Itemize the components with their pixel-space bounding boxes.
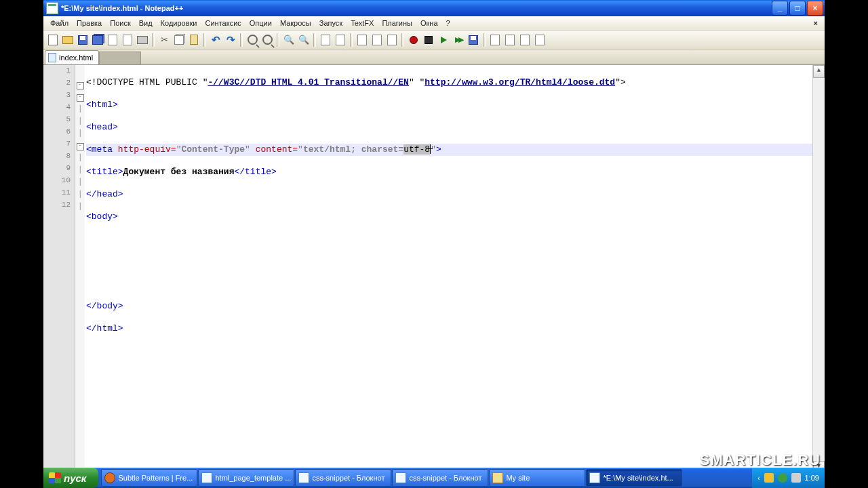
tb-extra1[interactable] bbox=[488, 33, 502, 47]
print-button[interactable] bbox=[136, 33, 149, 47]
zoomin-button[interactable]: 🔍 bbox=[282, 33, 296, 47]
save-button[interactable] bbox=[76, 33, 90, 47]
tab-area-empty bbox=[99, 52, 141, 64]
print-icon bbox=[137, 36, 148, 44]
closeall-button[interactable] bbox=[121, 33, 134, 47]
menu-options[interactable]: Опции bbox=[245, 18, 276, 28]
system-tray[interactable]: ‹ 1:09 bbox=[752, 468, 825, 488]
close-file-button[interactable] bbox=[106, 33, 119, 47]
separator bbox=[277, 33, 279, 47]
paste-icon bbox=[190, 35, 198, 45]
menu-syntax[interactable]: Синтаксис bbox=[201, 18, 245, 28]
stop-button[interactable] bbox=[422, 33, 435, 47]
taskbar-tasks: Subtle Patterns | Fre... html_page_templ… bbox=[98, 469, 752, 487]
mdi-close-icon[interactable]: × bbox=[810, 18, 822, 28]
close-button[interactable]: × bbox=[807, 1, 823, 16]
menu-edit[interactable]: Правка bbox=[73, 18, 106, 28]
playmulti-button[interactable]: ▶▶ bbox=[452, 33, 465, 47]
notepadpp-icon bbox=[589, 472, 600, 483]
paste-button[interactable] bbox=[187, 33, 201, 47]
tray-icon[interactable] bbox=[778, 473, 787, 483]
start-button[interactable]: пуск bbox=[43, 468, 98, 488]
indent-icon bbox=[387, 35, 397, 45]
menu-textfx[interactable]: TextFX bbox=[347, 18, 378, 28]
play-icon bbox=[441, 37, 447, 43]
cut-button[interactable]: ✂ bbox=[157, 33, 171, 47]
application-window: *E:\My site\index.html - Notepad++ _ □ ×… bbox=[43, 0, 825, 488]
wrap-button[interactable] bbox=[355, 33, 369, 47]
doc-icon bbox=[535, 35, 545, 45]
task-notepadpp[interactable]: *E:\My site\index.ht... bbox=[586, 469, 682, 487]
doc-icon bbox=[520, 35, 530, 45]
saveall-button[interactable] bbox=[91, 33, 104, 47]
vertical-scrollbar[interactable]: ▲ ▼ bbox=[812, 65, 825, 474]
open-button[interactable] bbox=[61, 33, 75, 47]
app-icon bbox=[46, 2, 58, 14]
scroll-up-icon[interactable]: ▲ bbox=[813, 65, 825, 78]
find-button[interactable] bbox=[245, 33, 259, 47]
titlebar[interactable]: *E:\My site\index.html - Notepad++ _ □ × bbox=[43, 0, 825, 16]
zoom-out-icon: 🔍 bbox=[298, 35, 309, 45]
tray-volume-icon[interactable] bbox=[791, 473, 801, 483]
doc-icon bbox=[505, 35, 515, 45]
play-button[interactable] bbox=[437, 33, 450, 47]
zoomout-button[interactable]: 🔍 bbox=[297, 33, 311, 47]
tray-chevron-icon[interactable]: ‹ bbox=[757, 474, 760, 482]
window-title: *E:\My site\index.html - Notepad++ bbox=[61, 4, 772, 12]
minimize-button[interactable]: _ bbox=[772, 1, 788, 16]
fold-column[interactable]: - - │ │ │ - │ │ │ │ │ bbox=[75, 65, 85, 474]
zoom-in-icon: 🔍 bbox=[283, 35, 294, 45]
task-folder-mysite[interactable]: My site bbox=[489, 469, 585, 487]
savemacro-button[interactable] bbox=[467, 33, 480, 47]
menu-run[interactable]: Запуск bbox=[315, 18, 347, 28]
undo-button[interactable]: ↶ bbox=[209, 33, 222, 47]
redo-icon: ↷ bbox=[226, 34, 235, 46]
separator bbox=[483, 33, 486, 47]
menu-search[interactable]: Поиск bbox=[106, 18, 134, 28]
tab-index-html[interactable]: index.html bbox=[45, 50, 99, 64]
fast-forward-icon: ▶▶ bbox=[455, 35, 462, 44]
sync-v-button[interactable] bbox=[319, 33, 332, 47]
save-icon bbox=[78, 35, 87, 45]
cut-icon: ✂ bbox=[161, 35, 168, 45]
tab-label: index.html bbox=[59, 54, 93, 62]
tray-icon[interactable] bbox=[764, 473, 774, 483]
menu-macros[interactable]: Макросы bbox=[276, 18, 315, 28]
replace-icon bbox=[262, 35, 273, 45]
code-area[interactable]: <!DOCTYPE HTML PUBLIC "-//W3C//DTD HTML … bbox=[85, 65, 825, 474]
menu-view[interactable]: Вид bbox=[135, 18, 157, 28]
copy-icon bbox=[174, 35, 184, 45]
tabbar: index.html bbox=[43, 49, 825, 65]
redo-button[interactable]: ↷ bbox=[224, 33, 237, 47]
text-cursor bbox=[430, 144, 431, 154]
modified-indicator-icon bbox=[48, 53, 56, 62]
menu-plugins[interactable]: Плагины bbox=[378, 18, 416, 28]
separator bbox=[401, 33, 404, 47]
save-macro-icon bbox=[469, 35, 478, 45]
task-notepad-css1[interactable]: css-snippet - Блокнот bbox=[295, 469, 391, 487]
separator bbox=[152, 33, 155, 47]
record-icon bbox=[410, 36, 418, 44]
menu-windows[interactable]: Окна bbox=[416, 18, 442, 28]
tb-extra3[interactable] bbox=[518, 33, 532, 47]
allchars-button[interactable] bbox=[370, 33, 384, 47]
rec-button[interactable] bbox=[407, 33, 420, 47]
indent-button[interactable] bbox=[385, 33, 399, 47]
notepad-icon bbox=[395, 472, 406, 483]
code-editor[interactable]: 123456789101112 - - │ │ │ - │ │ │ │ │ <!… bbox=[43, 65, 825, 474]
task-notepad-template[interactable]: html_page_template ... bbox=[198, 469, 294, 487]
new-button[interactable] bbox=[46, 33, 60, 47]
copy-button[interactable] bbox=[172, 33, 186, 47]
maximize-button[interactable]: □ bbox=[789, 1, 806, 16]
menu-file[interactable]: Файл bbox=[46, 18, 73, 28]
tb-extra4[interactable] bbox=[533, 33, 547, 47]
task-firefox[interactable]: Subtle Patterns | Fre... bbox=[101, 469, 197, 487]
task-notepad-css2[interactable]: css-snippet - Блокнот bbox=[392, 469, 488, 487]
menu-help[interactable]: ? bbox=[442, 18, 454, 28]
sync-icon bbox=[321, 35, 330, 45]
menu-encoding[interactable]: Кодировки bbox=[157, 18, 201, 28]
sync-h-button[interactable] bbox=[334, 33, 347, 47]
tb-extra2[interactable] bbox=[503, 33, 517, 47]
tray-clock[interactable]: 1:09 bbox=[805, 474, 819, 482]
replace-button[interactable] bbox=[260, 33, 274, 47]
